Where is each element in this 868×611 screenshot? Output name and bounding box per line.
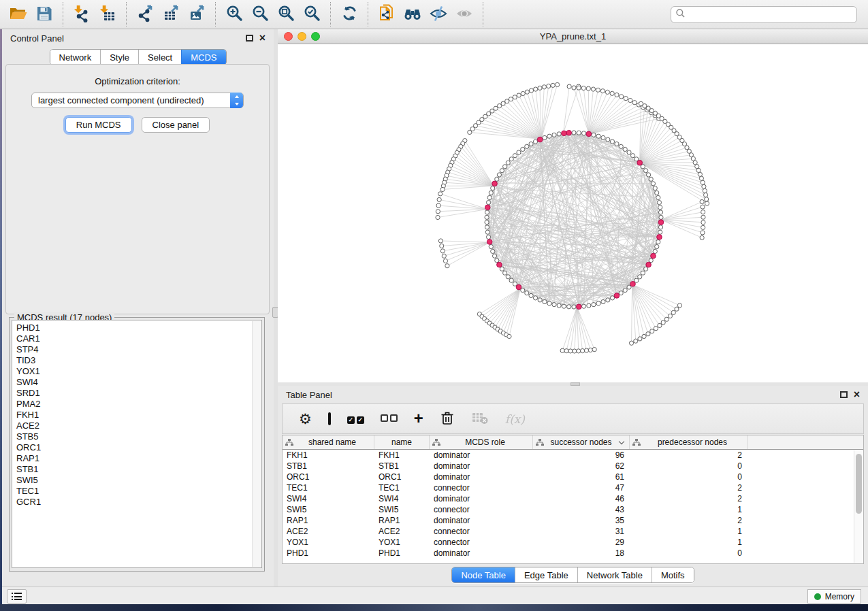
- mcds-result-item[interactable]: RAP1: [16, 453, 261, 464]
- table-row[interactable]: STB1STB1dominator620: [283, 461, 863, 472]
- mcds-result-item[interactable]: PMA2: [16, 399, 261, 410]
- table-row[interactable]: FKH1FKH1dominator962: [283, 450, 863, 461]
- table-cell: 35: [533, 515, 630, 526]
- deselect-all-button[interactable]: [381, 410, 398, 428]
- memory-button[interactable]: Memory: [807, 589, 861, 604]
- table-row[interactable]: RAP1RAP1dominator352: [283, 515, 863, 526]
- tab-style[interactable]: Style: [100, 50, 138, 65]
- function-builder-icon: f(x): [505, 412, 525, 426]
- mcds-result-item[interactable]: TEC1: [16, 486, 261, 497]
- close-panel-icon[interactable]: ×: [259, 35, 266, 42]
- save-session-icon: [35, 5, 53, 24]
- first-neighbors-icon: [402, 5, 423, 24]
- table-row[interactable]: SWI4SWI4dominator462: [283, 493, 863, 504]
- zoom-in-button[interactable]: [221, 3, 247, 26]
- mcds-result-item[interactable]: PHD1: [16, 323, 261, 333]
- mcds-result-item[interactable]: CAR1: [16, 333, 261, 344]
- network-canvas[interactable]: [278, 44, 868, 382]
- mcds-result-item[interactable]: TID3: [16, 355, 261, 366]
- table-tab-edge-table[interactable]: Edge Table: [515, 567, 577, 582]
- mcds-result-item[interactable]: ACE2: [16, 420, 261, 431]
- mcds-result-item[interactable]: STB5: [16, 431, 261, 442]
- mcds-result-item[interactable]: SWI5: [16, 475, 261, 486]
- task-history-button[interactable]: [7, 589, 27, 604]
- delete-column-button[interactable]: [440, 410, 455, 428]
- column-header-MCDS-role[interactable]: MCDS role: [430, 435, 533, 449]
- network-window-titlebar[interactable]: YPA_prune.txt_1: [278, 29, 868, 44]
- close-panel-icon[interactable]: ×: [854, 391, 860, 398]
- column-header-name[interactable]: name: [374, 435, 430, 449]
- mcds-result-item[interactable]: ORC1: [16, 442, 261, 453]
- search-input[interactable]: [686, 10, 852, 19]
- tab-mcds[interactable]: MCDS: [181, 50, 225, 65]
- table-cell: dominator: [430, 548, 533, 559]
- table-cell: ACE2: [374, 526, 430, 537]
- mcds-result-item[interactable]: STP4: [16, 344, 261, 355]
- open-file-button[interactable]: [5, 3, 31, 26]
- table-tab-node-table[interactable]: Node Table: [452, 567, 515, 582]
- mcds-result-item[interactable]: FKH1: [16, 410, 261, 420]
- tab-network[interactable]: Network: [50, 50, 100, 65]
- table-row[interactable]: TEC1TEC1connector472: [283, 482, 863, 493]
- share-document-button[interactable]: [374, 3, 400, 26]
- table-row[interactable]: ORC1ORC1dominator610: [283, 472, 863, 482]
- add-column-button[interactable]: +: [414, 410, 423, 428]
- column-settings-button[interactable]: ⚙: [299, 410, 312, 428]
- mcds-result-item[interactable]: SRD1: [16, 388, 261, 399]
- mcds-list-scrollbar[interactable]: [252, 321, 261, 567]
- mcds-result-item[interactable]: STB1: [16, 464, 261, 475]
- table-cell: ORC1: [283, 472, 374, 482]
- select-all-icon: ✓✓: [347, 414, 364, 424]
- mcds-result-group: MCDS result (17 nodes) PHD1CAR1STP4TID3Y…: [9, 317, 265, 572]
- search-field[interactable]: [671, 6, 857, 23]
- zoom-fit-icon: [277, 4, 295, 24]
- float-panel-icon[interactable]: [840, 391, 848, 398]
- toolbar-group: [127, 2, 216, 27]
- scrollbar-thumb[interactable]: [856, 454, 862, 514]
- first-neighbors-button[interactable]: [400, 3, 425, 26]
- table-row[interactable]: SWI5SWI5connector431: [283, 504, 863, 515]
- close-panel-button[interactable]: Close panel: [142, 117, 210, 133]
- export-network-button[interactable]: [132, 3, 158, 26]
- hide-selected-button[interactable]: [425, 3, 451, 26]
- column-header-shared-name[interactable]: shared name: [283, 435, 374, 449]
- mcds-result-item[interactable]: YOX1: [16, 366, 261, 377]
- column-header-successor-nodes[interactable]: successor nodes: [533, 435, 630, 449]
- export-table-button[interactable]: [158, 3, 184, 26]
- run-mcds-button[interactable]: Run MCDS: [65, 117, 132, 133]
- network-graph[interactable]: [278, 44, 868, 382]
- table-tab-network-table[interactable]: Network Table: [577, 567, 652, 582]
- table-tab-motifs[interactable]: Motifs: [652, 567, 694, 582]
- table-row[interactable]: YOX1YOX1connector291: [283, 537, 863, 548]
- table-cell: connector: [430, 482, 533, 493]
- table-scrollbar[interactable]: [854, 450, 863, 563]
- table-row[interactable]: PHD1PHD1dominator180: [283, 548, 863, 559]
- table-cell: ACE2: [283, 526, 374, 537]
- float-panel-icon[interactable]: [246, 35, 253, 42]
- show-all-button[interactable]: [451, 3, 477, 26]
- import-network-button[interactable]: [69, 3, 95, 26]
- export-image-button[interactable]: [184, 3, 210, 26]
- search-icon: [675, 8, 686, 21]
- mcds-result-item[interactable]: SWI4: [16, 377, 261, 388]
- table-row[interactable]: ACE2ACE2connector311: [283, 526, 863, 537]
- select-all-button[interactable]: ✓✓: [347, 410, 364, 428]
- table-cell: 31: [533, 526, 630, 537]
- control-panel-header: Control Panel ×: [2, 29, 274, 47]
- import-table-button[interactable]: [95, 3, 120, 26]
- refresh-button[interactable]: [336, 3, 362, 26]
- optimization-criterion-select[interactable]: largest connected component (undirected): [31, 93, 244, 108]
- zoom-fit-button[interactable]: [273, 3, 299, 26]
- open-file-icon: [9, 5, 28, 24]
- column-header-predecessor-nodes[interactable]: predecessor nodes: [630, 435, 748, 449]
- destroy-table-button: [471, 410, 489, 428]
- save-session-button[interactable]: [31, 3, 57, 26]
- zoom-selected-button[interactable]: [299, 3, 325, 26]
- zoom-out-button[interactable]: [247, 3, 273, 26]
- tab-select[interactable]: Select: [138, 50, 181, 65]
- export-table-icon: [162, 5, 180, 24]
- split-panel-button[interactable]: [328, 410, 331, 428]
- list-icon: [12, 593, 22, 600]
- mcds-result-list[interactable]: PHD1CAR1STP4TID3YOX1SWI4SRD1PMA2FKH1ACE2…: [12, 320, 262, 568]
- mcds-result-item[interactable]: GCR1: [16, 497, 261, 508]
